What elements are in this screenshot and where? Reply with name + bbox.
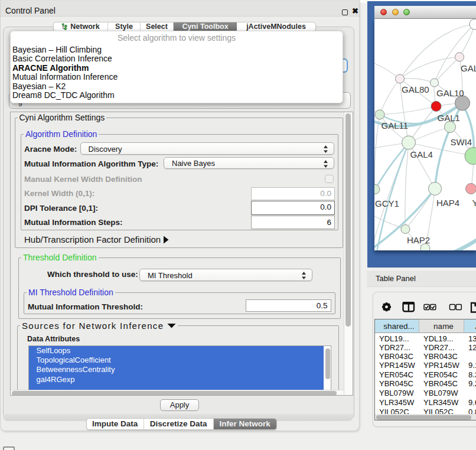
svg-text:HAP2: HAP2	[407, 234, 430, 244]
svg-text:SWI4: SWI4	[451, 136, 472, 146]
svg-text:GAL7: GAL7	[461, 63, 476, 73]
svg-text:GAL10: GAL10	[436, 88, 464, 98]
svg-text:GAL1: GAL1	[438, 112, 460, 122]
svg-text:GAL11: GAL11	[382, 120, 409, 130]
svg-text:GCY1: GCY1	[375, 198, 399, 208]
svg-text:GAL80: GAL80	[402, 84, 429, 94]
svg-text:YL: YL	[472, 198, 476, 208]
svg-text:HAP4: HAP4	[436, 197, 459, 207]
svg-text:GAL4: GAL4	[410, 149, 433, 159]
